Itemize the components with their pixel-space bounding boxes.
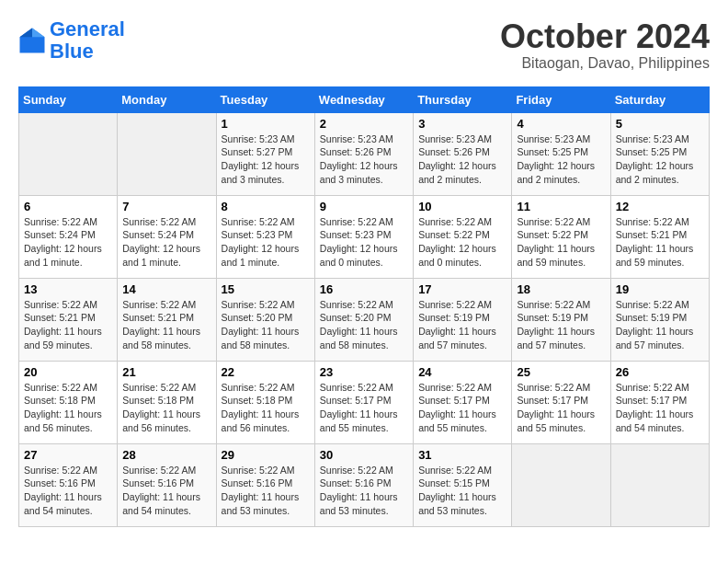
- calendar-cell: 9Sunrise: 5:22 AM Sunset: 5:23 PM Daylig…: [314, 195, 413, 278]
- calendar-cell: 2Sunrise: 5:23 AM Sunset: 5:26 PM Daylig…: [314, 112, 413, 195]
- calendar-cell: 8Sunrise: 5:22 AM Sunset: 5:23 PM Daylig…: [216, 195, 314, 278]
- calendar-cell: 7Sunrise: 5:22 AM Sunset: 5:24 PM Daylig…: [118, 195, 216, 278]
- day-info: Sunrise: 5:22 AM Sunset: 5:24 PM Dayligh…: [122, 215, 210, 270]
- day-info: Sunrise: 5:22 AM Sunset: 5:21 PM Dayligh…: [122, 298, 210, 352]
- calendar-cell: 13Sunrise: 5:22 AM Sunset: 5:21 PM Dayli…: [19, 278, 118, 361]
- day-info: Sunrise: 5:22 AM Sunset: 5:17 PM Dayligh…: [418, 381, 506, 435]
- day-info: Sunrise: 5:23 AM Sunset: 5:25 PM Dayligh…: [517, 132, 605, 187]
- page-header: General Blue October 2024 Bitaogan, Dava…: [18, 18, 710, 72]
- day-number: 27: [24, 448, 112, 462]
- day-number: 14: [122, 282, 210, 296]
- day-number: 31: [418, 448, 506, 462]
- weekday-header: Monday: [118, 86, 216, 112]
- calendar-table: SundayMondayTuesdayWednesdayThursdayFrid…: [18, 86, 710, 527]
- month-title: October 2024: [500, 18, 710, 55]
- calendar-cell: 17Sunrise: 5:22 AM Sunset: 5:19 PM Dayli…: [414, 278, 512, 361]
- calendar-cell: 20Sunrise: 5:22 AM Sunset: 5:18 PM Dayli…: [19, 361, 118, 443]
- calendar-week-row: 20Sunrise: 5:22 AM Sunset: 5:18 PM Dayli…: [19, 361, 710, 443]
- location: Bitaogan, Davao, Philippines: [500, 55, 710, 72]
- calendar-cell: 6Sunrise: 5:22 AM Sunset: 5:24 PM Daylig…: [19, 195, 118, 278]
- svg-marker-1: [32, 29, 45, 38]
- day-info: Sunrise: 5:22 AM Sunset: 5:24 PM Dayligh…: [24, 215, 112, 270]
- day-number: 28: [122, 448, 210, 462]
- day-info: Sunrise: 5:22 AM Sunset: 5:22 PM Dayligh…: [517, 215, 605, 270]
- logo-line2: Blue: [50, 40, 94, 63]
- weekday-header: Thursday: [414, 86, 512, 112]
- day-number: 12: [616, 200, 704, 213]
- day-info: Sunrise: 5:23 AM Sunset: 5:27 PM Dayligh…: [222, 132, 310, 187]
- calendar-cell: 18Sunrise: 5:22 AM Sunset: 5:19 PM Dayli…: [512, 278, 610, 361]
- weekday-header: Sunday: [19, 86, 118, 112]
- calendar-cell: [610, 443, 709, 526]
- day-info: Sunrise: 5:22 AM Sunset: 5:16 PM Dayligh…: [24, 464, 112, 518]
- calendar-week-row: 27Sunrise: 5:22 AM Sunset: 5:16 PM Dayli…: [19, 443, 710, 526]
- day-info: Sunrise: 5:22 AM Sunset: 5:23 PM Dayligh…: [320, 215, 408, 270]
- day-number: 18: [517, 282, 605, 296]
- weekday-header: Friday: [512, 86, 610, 112]
- day-info: Sunrise: 5:22 AM Sunset: 5:20 PM Dayligh…: [222, 298, 310, 352]
- calendar-cell: 5Sunrise: 5:23 AM Sunset: 5:25 PM Daylig…: [610, 112, 709, 195]
- calendar-cell: 19Sunrise: 5:22 AM Sunset: 5:19 PM Dayli…: [610, 278, 709, 361]
- day-info: Sunrise: 5:22 AM Sunset: 5:17 PM Dayligh…: [616, 381, 704, 435]
- day-number: 22: [222, 365, 310, 379]
- calendar-cell: 10Sunrise: 5:22 AM Sunset: 5:22 PM Dayli…: [414, 195, 512, 278]
- day-number: 23: [320, 365, 408, 379]
- calendar-cell: 22Sunrise: 5:22 AM Sunset: 5:18 PM Dayli…: [216, 361, 314, 443]
- calendar-cell: 30Sunrise: 5:22 AM Sunset: 5:16 PM Dayli…: [314, 443, 413, 526]
- calendar-cell: 14Sunrise: 5:22 AM Sunset: 5:21 PM Dayli…: [118, 278, 216, 361]
- day-number: 10: [418, 200, 506, 213]
- svg-marker-2: [20, 29, 33, 38]
- calendar-cell: 25Sunrise: 5:22 AM Sunset: 5:17 PM Dayli…: [512, 361, 610, 443]
- day-info: Sunrise: 5:22 AM Sunset: 5:17 PM Dayligh…: [517, 381, 605, 435]
- calendar-cell: 21Sunrise: 5:22 AM Sunset: 5:18 PM Dayli…: [118, 361, 216, 443]
- day-number: 13: [24, 282, 112, 296]
- day-number: 24: [418, 365, 506, 379]
- logo-icon: [18, 27, 46, 54]
- calendar-cell: 26Sunrise: 5:22 AM Sunset: 5:17 PM Dayli…: [610, 361, 709, 443]
- day-info: Sunrise: 5:22 AM Sunset: 5:16 PM Dayligh…: [222, 464, 310, 518]
- calendar-cell: [118, 112, 216, 195]
- day-number: 1: [222, 117, 310, 131]
- day-number: 15: [222, 282, 310, 296]
- calendar-week-row: 13Sunrise: 5:22 AM Sunset: 5:21 PM Dayli…: [19, 278, 710, 361]
- calendar-cell: 31Sunrise: 5:22 AM Sunset: 5:15 PM Dayli…: [414, 443, 512, 526]
- logo: General Blue: [18, 18, 125, 63]
- calendar-cell: 24Sunrise: 5:22 AM Sunset: 5:17 PM Dayli…: [414, 361, 512, 443]
- day-info: Sunrise: 5:23 AM Sunset: 5:26 PM Dayligh…: [418, 132, 506, 187]
- day-number: 2: [320, 117, 408, 131]
- calendar-cell: 4Sunrise: 5:23 AM Sunset: 5:25 PM Daylig…: [512, 112, 610, 195]
- day-info: Sunrise: 5:22 AM Sunset: 5:15 PM Dayligh…: [418, 464, 506, 518]
- day-number: 29: [222, 448, 310, 462]
- day-info: Sunrise: 5:22 AM Sunset: 5:23 PM Dayligh…: [222, 215, 310, 270]
- title-block: October 2024 Bitaogan, Davao, Philippine…: [500, 18, 710, 72]
- day-info: Sunrise: 5:22 AM Sunset: 5:18 PM Dayligh…: [222, 381, 310, 435]
- calendar-body: 1Sunrise: 5:23 AM Sunset: 5:27 PM Daylig…: [19, 112, 710, 526]
- logo-line1: General: [50, 17, 125, 40]
- calendar-cell: 27Sunrise: 5:22 AM Sunset: 5:16 PM Dayli…: [19, 443, 118, 526]
- day-number: 20: [24, 365, 112, 379]
- day-number: 5: [616, 117, 704, 131]
- calendar-cell: 28Sunrise: 5:22 AM Sunset: 5:16 PM Dayli…: [118, 443, 216, 526]
- calendar-header-row: SundayMondayTuesdayWednesdayThursdayFrid…: [19, 86, 710, 112]
- day-info: Sunrise: 5:22 AM Sunset: 5:21 PM Dayligh…: [616, 215, 704, 270]
- day-info: Sunrise: 5:22 AM Sunset: 5:19 PM Dayligh…: [616, 298, 704, 352]
- day-info: Sunrise: 5:22 AM Sunset: 5:16 PM Dayligh…: [320, 464, 408, 518]
- weekday-header: Wednesday: [314, 86, 413, 112]
- day-number: 16: [320, 282, 408, 296]
- day-number: 26: [616, 365, 704, 379]
- day-number: 11: [517, 200, 605, 213]
- day-info: Sunrise: 5:22 AM Sunset: 5:21 PM Dayligh…: [24, 298, 112, 352]
- day-number: 3: [418, 117, 506, 131]
- day-number: 19: [616, 282, 704, 296]
- day-number: 7: [122, 200, 210, 213]
- calendar-cell: [512, 443, 610, 526]
- calendar-cell: 1Sunrise: 5:23 AM Sunset: 5:27 PM Daylig…: [216, 112, 314, 195]
- day-number: 30: [320, 448, 408, 462]
- day-number: 17: [418, 282, 506, 296]
- day-info: Sunrise: 5:22 AM Sunset: 5:18 PM Dayligh…: [24, 381, 112, 435]
- calendar-cell: 15Sunrise: 5:22 AM Sunset: 5:20 PM Dayli…: [216, 278, 314, 361]
- calendar-cell: 23Sunrise: 5:22 AM Sunset: 5:17 PM Dayli…: [314, 361, 413, 443]
- calendar-cell: 3Sunrise: 5:23 AM Sunset: 5:26 PM Daylig…: [414, 112, 512, 195]
- day-number: 6: [24, 200, 112, 213]
- day-info: Sunrise: 5:22 AM Sunset: 5:20 PM Dayligh…: [320, 298, 408, 352]
